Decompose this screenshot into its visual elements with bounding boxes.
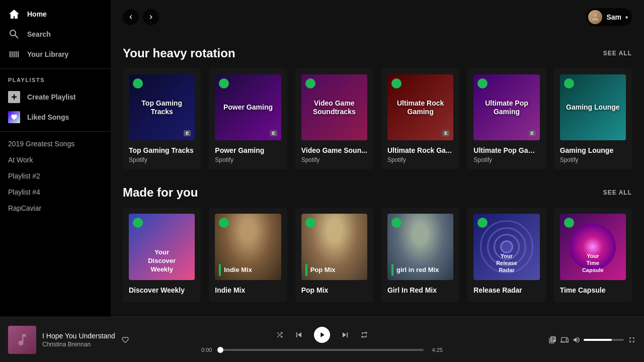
liked-songs-button[interactable]: Liked Songs (0, 107, 111, 127)
card-girl-in-red[interactable]: girl in red Mix Girl In Red Mix (381, 208, 459, 302)
plus-icon: + (8, 91, 20, 103)
queue-button[interactable] (548, 336, 556, 344)
shuffle-button[interactable] (276, 331, 284, 339)
card-ultimate-pop[interactable]: Ultimate PopGaming E Ultimate Pop Gam...… (467, 68, 545, 169)
card-subtitle: Spotify (387, 156, 453, 163)
sidebar-item-playlist4[interactable]: Playlist #4 (0, 184, 111, 200)
card-image-top-gaming: Top GamingTracks E (129, 74, 195, 140)
card-image-label: YourDiscoverWeekly (135, 248, 189, 274)
play-pause-button[interactable] (314, 327, 330, 343)
sidebar-item-atwork[interactable]: At Work (0, 152, 111, 168)
spotify-dot (391, 78, 401, 88)
volume-control (573, 336, 624, 344)
spotify-dot (305, 218, 315, 228)
sidebar-item-2019greatest[interactable]: 2019 Greatest Songs (0, 136, 111, 152)
next-button[interactable] (340, 330, 350, 340)
devices-button[interactable] (560, 336, 569, 344)
card-subtitle: Spotify (473, 156, 539, 163)
user-menu[interactable]: Sam ▾ (586, 8, 632, 26)
create-playlist-button[interactable]: + Create Playlist (0, 87, 111, 107)
card-image-video-game: Video GameSoundtracks (301, 74, 367, 140)
spotify-dot (564, 218, 574, 228)
mix-color-bar (219, 264, 221, 276)
previous-button[interactable] (294, 330, 304, 340)
top-bar: Sam ▾ (111, 0, 644, 34)
card-subtitle: Spotify (560, 156, 626, 163)
spotify-dot (133, 218, 143, 228)
card-release-radar[interactable]: YourReleaseRadar Release Radar (467, 208, 545, 302)
like-button[interactable] (121, 336, 129, 344)
sidebar-item-library[interactable]: Your Library (0, 44, 111, 64)
card-image-girl-in-red: girl in red Mix (387, 214, 453, 280)
forward-button[interactable] (143, 9, 159, 25)
card-image-gaming-lounge: Gaming Lounge (560, 74, 626, 140)
card-subtitle: Spotify (129, 156, 195, 163)
pop-mix-label-overlay: Pop Mix (301, 260, 367, 280)
now-playing-center: 0:00 4:25 (149, 327, 495, 353)
heavy-rotation-see-all[interactable]: SEE ALL (603, 50, 632, 57)
progress-bar[interactable] (220, 349, 424, 351)
card-title: Discover Weekly (129, 286, 195, 294)
card-image-ultimate-pop: Ultimate PopGaming E (473, 74, 539, 140)
card-subtitle: Spotify (301, 156, 367, 163)
explicit-badge: E (529, 130, 536, 136)
indie-mix-label-overlay: Indie Mix (215, 260, 281, 280)
volume-button[interactable] (573, 336, 581, 344)
card-title: Gaming Lounge (560, 146, 626, 154)
card-pop-mix[interactable]: Pop Mix Pop Mix (295, 208, 373, 302)
explicit-badge: E (270, 130, 277, 136)
back-button[interactable] (123, 9, 139, 25)
card-title: Pop Mix (301, 286, 367, 294)
made-for-you-see-all[interactable]: SEE ALL (603, 189, 632, 196)
scrollable-content: Your heavy rotation SEE ALL Top GamingTr… (111, 34, 644, 317)
mix-label-text: Indie Mix (224, 266, 252, 274)
volume-fill (584, 339, 612, 341)
card-power-gaming[interactable]: Power Gaming E Power Gaming Spotify (209, 68, 287, 169)
spotify-dot (305, 78, 315, 88)
album-art-thumbnail (8, 326, 36, 354)
card-image-label: Ultimate RockGaming (397, 99, 444, 116)
card-time-capsule[interactable]: YourTimeCapsule Time Capsule (554, 208, 632, 302)
card-image-release-radar: YourReleaseRadar (473, 214, 539, 280)
user-name: Sam (606, 13, 621, 21)
made-for-you-header: Made for you SEE ALL (123, 186, 632, 200)
explicit-badge: E (184, 130, 191, 136)
home-icon (8, 8, 20, 20)
spotify-dot (477, 78, 488, 88)
spotify-dot (133, 78, 143, 88)
card-discover-weekly[interactable]: YourDiscoverWeekly Discover Weekly (123, 208, 201, 302)
card-indie-mix[interactable]: Indie Mix Indie Mix (209, 208, 287, 302)
card-title: Power Gaming (215, 146, 281, 154)
sidebar-item-home[interactable]: Home (0, 4, 111, 24)
sidebar-divider-2 (0, 131, 111, 132)
track-title: I Hope You Understand (42, 332, 115, 340)
sidebar-item-playlist2[interactable]: Playlist #2 (0, 168, 111, 184)
sidebar-item-rapcaviar[interactable]: RapCaviar (0, 200, 111, 216)
card-image-label: YourTimeCapsule (566, 252, 620, 274)
made-for-you-cards: YourDiscoverWeekly Discover Weekly (123, 208, 632, 302)
now-playing-right (495, 336, 636, 344)
playlists-label: PLAYLISTS (0, 73, 111, 87)
track-info: I Hope You Understand Christina Brennan (42, 332, 115, 348)
card-ultimate-rock[interactable]: Ultimate RockGaming E Ultimate Rock Ga..… (381, 68, 459, 169)
card-top-gaming[interactable]: Top GamingTracks E Top Gaming Tracks Spo… (123, 68, 201, 169)
chevron-down-icon: ▾ (625, 15, 628, 20)
card-gaming-lounge[interactable]: Gaming Lounge Gaming Lounge Spotify (554, 68, 632, 169)
player-controls (276, 327, 368, 343)
spotify-dot (219, 78, 229, 88)
sidebar: Home Search Your Library PLAYLISTS + Cre… (0, 0, 111, 317)
card-video-game[interactable]: Video GameSoundtracks Video Game Soun...… (295, 68, 373, 169)
album-art-inner (8, 326, 36, 354)
volume-bar[interactable] (584, 339, 624, 341)
heavy-rotation-section: Your heavy rotation SEE ALL Top GamingTr… (123, 46, 632, 169)
mix-color-bar (391, 264, 393, 276)
sidebar-item-search[interactable]: Search (0, 24, 111, 44)
nav-arrows (123, 9, 159, 25)
card-image-label: YourReleaseRadar (479, 252, 533, 274)
fullscreen-button[interactable] (628, 336, 636, 344)
card-image-label: Gaming Lounge (566, 103, 620, 112)
girl-in-red-label-overlay: girl in red Mix (387, 260, 453, 280)
library-icon (8, 48, 20, 60)
progress-dot (217, 347, 223, 353)
repeat-button[interactable] (360, 331, 368, 339)
